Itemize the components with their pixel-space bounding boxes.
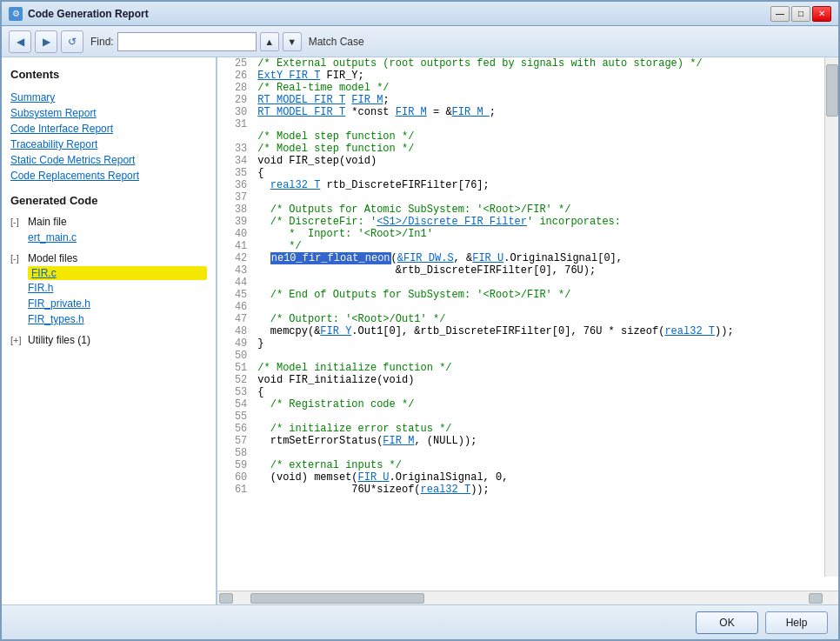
table-row: 30 RT_MODEL_FIR_T *const FIR_M = &FIR_M_… bbox=[217, 106, 838, 118]
table-row: /* Model step function */ bbox=[217, 130, 838, 143]
table-row: 50 bbox=[217, 350, 838, 362]
back-button[interactable]: ◀ bbox=[9, 30, 31, 53]
scroll-right-btn[interactable] bbox=[809, 593, 823, 604]
nav-link-static-code-metrics[interactable]: Static Code Metrics Report bbox=[10, 152, 207, 168]
nav-link-code-replacements[interactable]: Code Replacements Report bbox=[10, 168, 207, 184]
table-row: 37 bbox=[217, 191, 838, 204]
file-link-ert-main[interactable]: ert_main.c bbox=[28, 230, 207, 245]
ok-button[interactable]: OK bbox=[696, 611, 758, 634]
table-row: 35 { bbox=[217, 167, 838, 179]
bottom-bar: OK Help bbox=[2, 604, 838, 639]
match-case-label: Match Case bbox=[309, 36, 364, 48]
code-link[interactable]: FIR_M bbox=[396, 106, 427, 118]
find-input[interactable] bbox=[117, 32, 257, 51]
code-link[interactable]: ExtY_FIR_T bbox=[257, 70, 320, 82]
table-row: 46 bbox=[217, 301, 838, 313]
table-row: 33 /* Model step function */ bbox=[217, 143, 838, 155]
find-next-button[interactable]: ▼ bbox=[283, 32, 302, 51]
table-row: 31 bbox=[217, 118, 838, 130]
nav-link-summary[interactable]: Summary bbox=[10, 90, 207, 105]
nav-link-code-interface[interactable]: Code Interface Report bbox=[10, 121, 207, 137]
code-link[interactable]: <S1>/Discrete FIR Filter bbox=[377, 216, 527, 228]
code-link[interactable]: RT_MODEL_FIR_T bbox=[257, 106, 345, 118]
find-prev-button[interactable]: ▲ bbox=[260, 32, 279, 51]
model-files-children: FIR.c FIR.h FIR_private.h FIR_types.h bbox=[10, 266, 207, 327]
horizontal-scrollbar[interactable] bbox=[217, 591, 838, 604]
file-link-fir-private-h[interactable]: FIR_private.h bbox=[28, 296, 207, 311]
table-row: 28 /* Real-time model */ bbox=[217, 82, 838, 94]
table-row: 49 } bbox=[217, 337, 838, 350]
table-row: 58 bbox=[217, 447, 838, 459]
main-file-children: ert_main.c bbox=[10, 230, 207, 245]
code-panel: 25 /* External outputs (root outports fe… bbox=[217, 57, 838, 604]
maximize-button[interactable]: □ bbox=[791, 6, 810, 22]
code-link[interactable]: &FIR_DW.S bbox=[397, 252, 454, 264]
code-link[interactable]: RT_MODEL_FIR_T bbox=[257, 94, 345, 106]
table-row: 40 * Inport: '<Root>/In1' bbox=[217, 228, 838, 240]
table-row: 43 &rtb_DiscreteFIRFilter[0], 76U); bbox=[217, 264, 838, 277]
table-row: 34 void FIR_step(void) bbox=[217, 155, 838, 167]
scrollbar-h-thumb[interactable] bbox=[250, 593, 424, 604]
model-files-section[interactable]: [-] Model files bbox=[10, 250, 207, 266]
table-row: 38 /* Outputs for Atomic SubSystem: '<Ro… bbox=[217, 204, 838, 216]
table-row: 41 */ bbox=[217, 240, 838, 252]
table-row: 56 /* initialize error status */ bbox=[217, 423, 838, 435]
code-area[interactable]: 25 /* External outputs (root outports fe… bbox=[217, 57, 838, 591]
title-bar: ⚙ Code Generation Report — □ ✕ bbox=[2, 2, 838, 26]
code-table: 25 /* External outputs (root outports fe… bbox=[217, 57, 838, 496]
table-row: 52 void FIR_initialize(void) bbox=[217, 374, 838, 386]
refresh-button[interactable]: ↺ bbox=[61, 30, 83, 53]
left-panel: Contents Summary Subsystem Report Code I… bbox=[2, 57, 217, 604]
window-controls: — □ ✕ bbox=[770, 6, 831, 22]
table-row: 48 memcpy(&FIR_Y.Out1[0], &rtb_DiscreteF… bbox=[217, 325, 838, 337]
code-link[interactable]: FIR_Y bbox=[320, 325, 351, 337]
gen-code-heading: Generated Code bbox=[10, 194, 207, 207]
main-file-section[interactable]: [-] Main file bbox=[10, 214, 207, 230]
file-link-fir-types-h[interactable]: FIR_types.h bbox=[28, 311, 207, 327]
code-link[interactable]: real32_T bbox=[421, 484, 471, 496]
scroll-left-btn[interactable] bbox=[219, 593, 233, 604]
code-link[interactable]: FIR_M bbox=[383, 435, 414, 447]
code-link[interactable]: FIR_U bbox=[472, 252, 503, 264]
nav-link-traceability[interactable]: Traceability Report bbox=[10, 137, 207, 152]
table-row: 26 ExtY_FIR_T FIR_Y; bbox=[217, 70, 838, 82]
code-link[interactable]: real32_T bbox=[664, 325, 715, 337]
utility-files-label: Utility files (1) bbox=[28, 334, 90, 346]
forward-button[interactable]: ▶ bbox=[35, 30, 57, 53]
table-row: 59 /* external inputs */ bbox=[217, 459, 838, 471]
table-row: 53 { bbox=[217, 386, 838, 398]
main-file-label: Main file bbox=[28, 216, 67, 228]
nav-link-subsystem[interactable]: Subsystem Report bbox=[10, 105, 207, 121]
table-row: 55 bbox=[217, 411, 838, 423]
file-link-fir-h[interactable]: FIR.h bbox=[28, 280, 207, 296]
table-row: 60 (void) memset(FIR_U.OriginalSignal, 0… bbox=[217, 471, 838, 484]
code-link[interactable]: real32_T bbox=[270, 179, 321, 191]
scrollbar-thumb[interactable] bbox=[826, 64, 838, 117]
file-link-fir-c[interactable]: FIR.c bbox=[28, 266, 207, 280]
close-button[interactable]: ✕ bbox=[812, 6, 831, 22]
utility-files-section[interactable]: [+] Utility files (1) bbox=[10, 332, 207, 348]
vertical-scrollbar[interactable] bbox=[824, 57, 838, 577]
window-title: Code Generation Report bbox=[28, 8, 765, 20]
minimize-button[interactable]: — bbox=[770, 6, 790, 22]
table-row: 29 RT_MODEL_FIR_T FIR_M; bbox=[217, 94, 838, 106]
table-row: 25 /* External outputs (root outports fe… bbox=[217, 57, 838, 70]
help-button[interactable]: Help bbox=[765, 611, 828, 634]
model-files-label: Model files bbox=[28, 252, 77, 264]
main-content: Contents Summary Subsystem Report Code I… bbox=[2, 57, 838, 604]
code-link[interactable]: FIR_M_ bbox=[452, 106, 490, 118]
code-link[interactable]: FIR_U bbox=[358, 471, 390, 484]
utility-files-toggle: [+] bbox=[10, 335, 24, 345]
table-row: 42 ne10_fir_float_neon(&FIR_DW.S, &FIR_U… bbox=[217, 252, 838, 264]
table-row: 47 /* Outport: '<Root>/Out1' */ bbox=[217, 313, 838, 325]
table-row: 61 76U*sizeof(real32_T)); bbox=[217, 484, 838, 496]
table-row: 54 /* Registration code */ bbox=[217, 398, 838, 411]
toolbar: ◀ ▶ ↺ Find: ▲ ▼ Match Case bbox=[2, 26, 838, 57]
table-row: 39 /* DiscreteFir: '<S1>/Discrete FIR Fi… bbox=[217, 216, 838, 228]
table-row: 45 /* End of Outputs for SubSystem: '<Ro… bbox=[217, 289, 838, 301]
contents-heading: Contents bbox=[10, 68, 207, 81]
find-label: Find: bbox=[90, 36, 114, 48]
main-file-toggle: [-] bbox=[10, 217, 24, 227]
table-row: 36 real32_T rtb_DiscreteFIRFilter[76]; bbox=[217, 179, 838, 191]
code-link[interactable]: FIR_M bbox=[351, 94, 383, 106]
